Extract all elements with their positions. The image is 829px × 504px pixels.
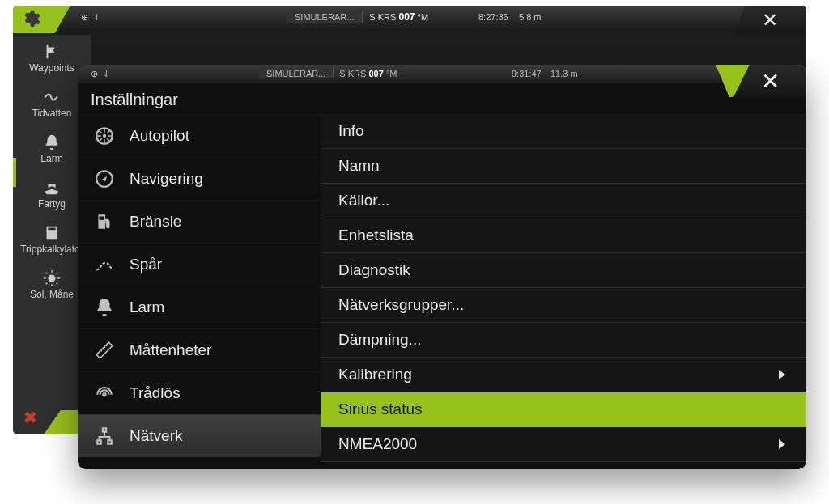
- option-networkgroups[interactable]: Nätverksgrupper...: [321, 288, 806, 323]
- option-info[interactable]: Info: [321, 114, 806, 149]
- settings-title: Inställningar: [78, 83, 806, 114]
- category-label: Larm: [130, 299, 164, 316]
- category-navigation[interactable]: Navigering: [78, 157, 321, 200]
- calculator-icon: [41, 224, 62, 242]
- option-name[interactable]: Namn: [321, 149, 806, 184]
- svg-point-2: [103, 134, 106, 138]
- category-label: Trådlös: [130, 384, 181, 402]
- option-label: Sirius status: [338, 400, 422, 418]
- option-label: Namn: [338, 157, 380, 175]
- settings-category-column: Autopilot Navigering Bränsle Spår Larm M…: [78, 114, 321, 469]
- option-sirius-status[interactable]: Sirius status: [321, 392, 806, 427]
- category-alarm[interactable]: Larm: [78, 286, 321, 328]
- fg-simulate-badge: SIMULERAR...: [259, 69, 334, 78]
- bg-clock: 8:27:36: [478, 12, 508, 22]
- option-label: Kalibrering: [338, 366, 412, 383]
- wave-icon: [41, 88, 62, 106]
- rail-label: Waypoints: [29, 62, 74, 74]
- category-label: Navigering: [130, 170, 203, 188]
- sun-moon-icon: [41, 269, 62, 287]
- option-calibration[interactable]: Kalibrering: [321, 358, 806, 392]
- rail-label: Fartyg: [38, 198, 66, 210]
- option-diagnostics[interactable]: Diagnostik: [321, 253, 806, 288]
- svg-point-0: [48, 274, 55, 282]
- rail-label: Larm: [40, 153, 62, 164]
- category-fuel[interactable]: Bränsle: [78, 200, 321, 243]
- compass-icon: [94, 168, 115, 189]
- option-devicelist[interactable]: Enhetslista: [321, 218, 806, 253]
- helm-icon: [94, 125, 115, 146]
- bg-topbar: ⊕ ⇃ SIMULERAR... S KRS 007 °M 8:27:36 5.…: [13, 6, 806, 28]
- rail-label: Tidvatten: [32, 108, 72, 119]
- network-icon: [94, 426, 115, 447]
- cancel-x-icon[interactable]: ✖: [13, 400, 47, 434]
- category-label: Autopilot: [130, 127, 189, 145]
- bg-close-button[interactable]: ✕: [733, 6, 806, 35]
- option-sources[interactable]: Källor...: [321, 184, 806, 218]
- rail-label: Trippkalkylator: [20, 244, 83, 255]
- settings-gear-button[interactable]: [13, 6, 71, 33]
- settings-option-column: Info Namn Källor... Enhetslista Diagnost…: [321, 114, 806, 469]
- bell-icon: [94, 297, 115, 318]
- settings-window: ⊕ ⇃ SIMULERAR... S KRS 007 °M 9:31:47 11…: [78, 65, 806, 469]
- wireless-icon: [94, 383, 115, 404]
- option-label: Enhetslista: [338, 227, 414, 244]
- category-units[interactable]: Måttenheter: [78, 328, 321, 371]
- category-wireless[interactable]: Trådlös: [78, 371, 321, 414]
- option-label: Info: [338, 122, 364, 140]
- fuel-icon: [94, 211, 115, 232]
- option-damping[interactable]: Dämpning...: [321, 323, 806, 358]
- chevron-right-icon: [779, 439, 785, 449]
- category-tracks[interactable]: Spår: [78, 243, 321, 286]
- ship-icon: [41, 179, 62, 197]
- bell-icon: [41, 133, 62, 151]
- gear-icon: [21, 9, 40, 28]
- option-nmea2000[interactable]: NMEA2000: [321, 427, 806, 462]
- flag-icon: [41, 43, 62, 61]
- fg-topbar: ⊕ ⇃ SIMULERAR... S KRS 007 °M 9:31:47 11…: [78, 65, 806, 83]
- category-network[interactable]: Nätverk: [78, 414, 321, 457]
- rail-accent: [13, 158, 16, 187]
- ruler-icon: [94, 340, 115, 361]
- bg-simulate-badge: SIMULERAR...: [287, 11, 363, 23]
- option-label: Diagnostik: [338, 261, 410, 279]
- fg-depth: 11.3 m: [551, 69, 578, 78]
- fg-heading-value: S KRS 007 °M: [334, 69, 402, 78]
- category-label: Nätverk: [130, 427, 182, 445]
- option-label: Dämpning...: [338, 331, 421, 349]
- chevron-right-icon: [779, 370, 785, 379]
- option-label: NMEA2000: [338, 435, 417, 453]
- bg-heading-value: S KRS 007 °M: [363, 11, 435, 23]
- category-label: Bränsle: [130, 213, 181, 231]
- rail-label: Sol, Måne: [30, 289, 74, 300]
- category-label: Måttenheter: [130, 341, 211, 359]
- category-label: Spår: [130, 256, 162, 273]
- option-label: Källor...: [338, 192, 389, 210]
- track-icon: [94, 254, 115, 275]
- fg-clock: 9:31:47: [512, 69, 542, 78]
- option-label: Nätverksgrupper...: [338, 296, 464, 314]
- category-autopilot[interactable]: Autopilot: [78, 114, 321, 157]
- bg-depth: 5.8 m: [519, 12, 542, 22]
